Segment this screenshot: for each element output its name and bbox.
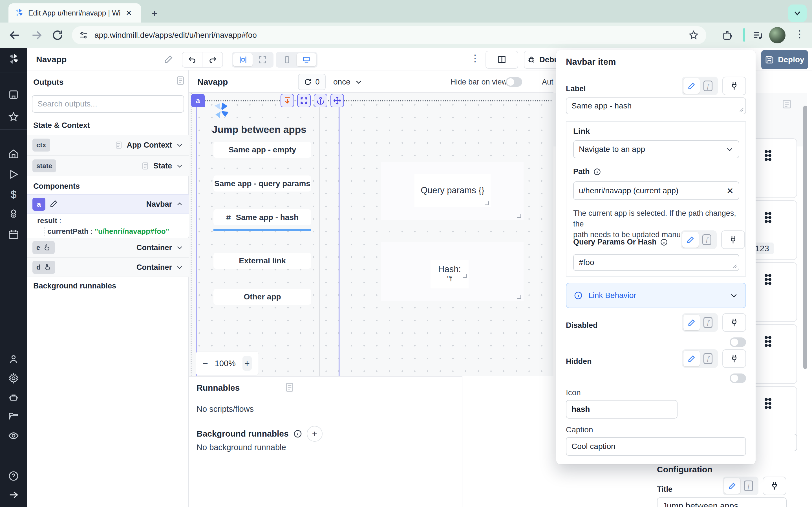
back-button[interactable] (8, 29, 21, 43)
move-component-button[interactable] (331, 94, 344, 107)
drag-handle-icon[interactable] (764, 150, 772, 161)
zoom-in-button[interactable]: + (243, 356, 252, 371)
desktop-view-button[interactable] (297, 53, 316, 66)
icon-input[interactable]: hash (566, 400, 677, 418)
js-mode-button[interactable]: f (700, 315, 716, 330)
config-title-input[interactable]: Jump between apps (657, 497, 786, 507)
sidebar-expand-icon[interactable] (7, 489, 20, 501)
sidebar-item-resources[interactable] (7, 208, 20, 220)
fullscreen-component-button[interactable] (297, 94, 311, 107)
query-params-card[interactable]: Query params {} (381, 162, 523, 220)
url-bar[interactable]: app.windmill.dev/apps/edit/u/henri/navap… (72, 26, 706, 44)
drag-handle-icon[interactable] (764, 397, 772, 409)
windmill-logo-icon[interactable] (7, 53, 20, 65)
hash-card[interactable]: Hash: "f (381, 242, 523, 301)
media-controls-icon[interactable] (752, 30, 763, 42)
outputs-log-icon[interactable] (175, 75, 186, 87)
docs-button[interactable] (486, 51, 518, 69)
undo-button[interactable] (183, 52, 202, 67)
connect-plug-button[interactable] (722, 76, 746, 95)
runnables-log-icon[interactable] (284, 382, 295, 394)
site-settings-icon[interactable] (79, 31, 88, 40)
chevron-down-icon[interactable] (176, 162, 183, 170)
component-row-navbar[interactable]: a Navbar (27, 194, 189, 214)
disabled-toggle[interactable] (730, 337, 746, 347)
nav-item-other-app[interactable]: Other app (213, 289, 311, 305)
link-behavior-accordion[interactable]: Link Behavior (566, 283, 746, 308)
rename-pencil-icon[interactable] (49, 199, 58, 209)
app-menu-kebab-icon[interactable]: ⋮ (470, 52, 480, 64)
sidebar-item-home[interactable] (7, 148, 20, 160)
static-mode-button[interactable] (683, 315, 700, 330)
sidebar-item-folders[interactable] (7, 410, 20, 423)
textarea-resize-icon[interactable] (739, 108, 744, 112)
sidebar-item-help[interactable] (7, 470, 20, 482)
canvas[interactable]: a Jump between apps Same app - empty Sam… (189, 93, 553, 376)
nav-item-external-link[interactable]: External link (213, 252, 311, 269)
static-mode-button[interactable] (683, 78, 700, 94)
resize-handle[interactable] (517, 295, 521, 299)
path-input[interactable]: u/henri/navapp (current app) ✕ (573, 181, 739, 200)
textarea-resize-icon[interactable] (732, 264, 737, 269)
add-background-runnable-button[interactable]: + (307, 426, 322, 442)
drag-handle-icon[interactable] (764, 212, 772, 223)
reload-button[interactable] (51, 29, 64, 43)
anchor-component-button[interactable] (314, 94, 327, 107)
link-type-select[interactable]: Navigate to an app (573, 140, 739, 158)
connect-plug-button[interactable] (763, 476, 786, 495)
nav-item-same-app-empty[interactable]: Same app - empty (213, 142, 311, 158)
resize-handle[interactable] (485, 202, 489, 205)
drag-handle-icon[interactable] (764, 274, 772, 285)
sidebar-item-users[interactable] (7, 353, 20, 365)
resize-handle[interactable] (463, 274, 467, 278)
settings-scrollbar[interactable] (803, 106, 807, 369)
canvas-gutter[interactable] (191, 93, 192, 376)
clear-path-icon[interactable]: ✕ (726, 186, 733, 196)
nav-item-same-app-query-params[interactable]: Same app - query params (213, 175, 311, 191)
output-row-state[interactable]: state State (27, 156, 189, 176)
js-mode-button[interactable]: f (699, 232, 715, 247)
query-params-text-box[interactable]: Query params {} (414, 174, 491, 207)
caption-input[interactable]: Cool caption (566, 437, 746, 456)
sidebar-item-runs[interactable] (7, 168, 20, 180)
js-mode-button[interactable]: f (741, 478, 757, 494)
connect-plug-button[interactable] (721, 230, 745, 249)
qph-textarea[interactable]: #foo (573, 254, 739, 271)
extensions-icon[interactable] (722, 30, 733, 42)
schedule-dropdown[interactable]: once (333, 74, 362, 90)
bookmark-star-icon[interactable] (688, 30, 699, 41)
hash-text-box[interactable]: Hash: "f (430, 260, 469, 288)
chevron-up-icon[interactable] (176, 201, 183, 208)
connect-plug-button[interactable] (722, 313, 746, 332)
nav-item-same-app-hash[interactable]: # Same app - hash (213, 209, 311, 225)
resize-handle[interactable] (517, 214, 521, 218)
search-input[interactable]: Search outputs... (32, 95, 184, 113)
chevron-down-icon[interactable] (176, 264, 183, 271)
settings-log-icon[interactable] (781, 99, 793, 111)
redo-button[interactable] (202, 52, 222, 67)
sidebar-item-favorites[interactable] (7, 111, 20, 123)
refresh-count-button[interactable]: 0 (298, 74, 326, 90)
browser-tab[interactable]: Edit App u/henri/navapp | Win ✕ (8, 3, 141, 22)
js-mode-button[interactable]: f (700, 351, 716, 367)
avatar[interactable] (769, 27, 785, 43)
sidebar-item-audit-logs[interactable] (7, 430, 20, 442)
center-layout-button[interactable] (233, 53, 253, 66)
connect-plug-button[interactable] (722, 349, 746, 368)
fullwidth-layout-button[interactable] (253, 53, 272, 66)
expand-down-button[interactable] (281, 94, 294, 107)
chevron-down-icon[interactable] (176, 142, 183, 149)
new-tab-button[interactable]: + (152, 8, 157, 19)
static-mode-button[interactable] (683, 351, 700, 367)
navbar-result-tree[interactable]: result : currentPath : "u/henri/navapp#f… (27, 214, 189, 237)
hidden-toggle[interactable] (730, 374, 746, 383)
sidebar-item-variables[interactable]: $ (7, 188, 20, 201)
edit-title-pencil-icon[interactable] (163, 54, 174, 65)
sidebar-item-workers[interactable] (7, 391, 20, 404)
static-mode-button[interactable] (724, 478, 741, 494)
tab-close-icon[interactable]: ✕ (126, 9, 132, 17)
drag-handle-icon[interactable] (764, 335, 772, 347)
component-row-e[interactable]: e Container (27, 238, 189, 258)
component-row-d[interactable]: d Container (27, 258, 189, 277)
sidebar-item-schedules[interactable] (7, 228, 20, 240)
